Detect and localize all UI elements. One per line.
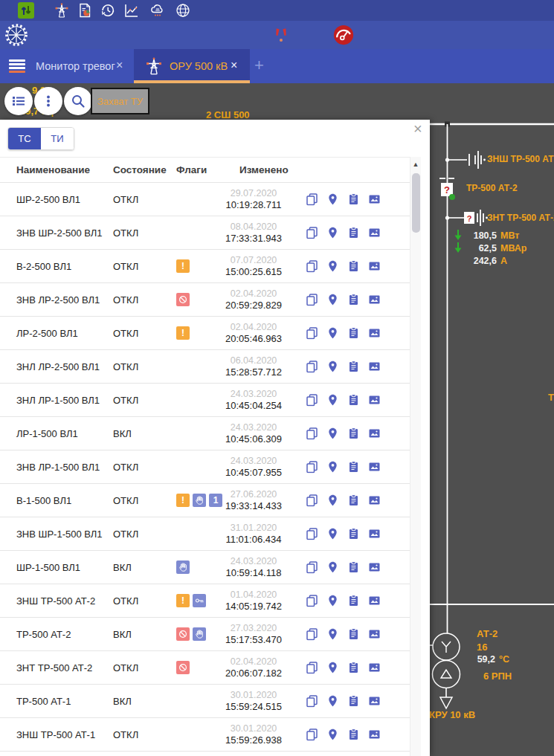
table-row[interactable]: ЗНВ ШР-1-500 ВЛ1 ОТКЛ 31.01.2020 11:01:0… xyxy=(0,517,410,551)
tab-oru-500[interactable]: ОРУ 500 кВ × xyxy=(134,49,250,83)
location-pin-icon[interactable] xyxy=(326,561,339,574)
clipboard-icon[interactable] xyxy=(347,528,360,540)
table-row[interactable]: В-1-500 ВЛ1 ОТКЛ !1 27.06.2020 19:33:14.… xyxy=(0,484,410,517)
image-icon[interactable] xyxy=(368,728,381,741)
location-pin-icon[interactable] xyxy=(326,728,339,741)
clipboard-icon[interactable] xyxy=(347,427,360,440)
image-icon[interactable] xyxy=(368,628,381,641)
more-options-button[interactable] xyxy=(34,87,62,115)
clipboard-icon[interactable] xyxy=(347,728,360,741)
close-icon[interactable]: × xyxy=(116,59,123,72)
copy-icon[interactable] xyxy=(306,461,318,474)
image-icon[interactable] xyxy=(368,294,381,306)
clipboard-icon[interactable] xyxy=(347,628,360,641)
table-row[interactable]: ЛР-2-500 ВЛ1 ОТКЛ ! 02.04.2020 20:05:46.… xyxy=(0,317,410,350)
copy-icon[interactable] xyxy=(306,361,318,373)
copy-icon[interactable] xyxy=(306,695,318,708)
copy-icon[interactable] xyxy=(306,394,318,407)
location-pin-icon[interactable] xyxy=(326,294,339,306)
location-pin-icon[interactable] xyxy=(326,595,339,607)
tab-label[interactable]: Монитор тревог xyxy=(36,60,115,72)
location-pin-icon[interactable] xyxy=(326,628,339,641)
clipboard-icon[interactable] xyxy=(347,394,360,407)
copy-icon[interactable] xyxy=(306,294,318,306)
cloud-transfer-icon[interactable] xyxy=(149,2,166,19)
image-icon[interactable] xyxy=(368,394,381,407)
clipboard-icon[interactable] xyxy=(347,461,360,474)
clipboard-icon[interactable] xyxy=(347,662,360,674)
table-row[interactable]: ЗНШ ТР-500 АТ-2 ОТКЛ ! 01.04.2020 14:05:… xyxy=(0,584,410,618)
image-icon[interactable] xyxy=(368,561,381,574)
copy-icon[interactable] xyxy=(306,561,318,574)
vertical-scrollbar[interactable]: ▲ xyxy=(410,157,421,756)
list-view-button[interactable] xyxy=(4,87,33,115)
image-icon[interactable] xyxy=(368,662,381,674)
image-icon[interactable] xyxy=(368,461,381,474)
pylon-icon[interactable] xyxy=(54,2,70,19)
table-row[interactable]: ЗНВ ЛР-1-500 ВЛ1 ОТКЛ 24.03.2020 10:45:0… xyxy=(0,450,410,484)
clipboard-icon[interactable] xyxy=(347,561,360,574)
globe-icon[interactable] xyxy=(175,2,191,19)
location-pin-icon[interactable] xyxy=(326,461,339,474)
clipboard-icon[interactable] xyxy=(347,494,360,507)
location-pin-icon[interactable] xyxy=(326,695,339,708)
location-pin-icon[interactable] xyxy=(326,260,339,273)
scrollbar-thumb[interactable] xyxy=(412,173,420,233)
copy-icon[interactable] xyxy=(306,662,318,674)
clipboard-icon[interactable] xyxy=(347,260,360,273)
location-pin-icon[interactable] xyxy=(326,528,339,540)
image-icon[interactable] xyxy=(368,427,381,440)
clipboard-icon[interactable] xyxy=(347,193,360,206)
image-icon[interactable] xyxy=(368,327,381,340)
image-icon[interactable] xyxy=(368,695,381,708)
location-pin-icon[interactable] xyxy=(326,227,339,239)
table-row[interactable]: ЛР-1-500 ВЛ1 ВКЛ 24.03.2020 10:45:06.309 xyxy=(0,417,410,450)
table-row[interactable]: ЗНВ ЛР-2-500 ВЛ1 ОТКЛ 02.04.2020 20:59:2… xyxy=(0,283,410,317)
close-icon[interactable]: × xyxy=(413,120,422,138)
menu-icon[interactable] xyxy=(9,59,25,73)
scroll-up-arrow[interactable]: ▲ xyxy=(410,158,421,170)
earthing-switch-symbol[interactable] xyxy=(469,151,481,169)
image-icon[interactable] xyxy=(368,595,381,607)
gauge-icon[interactable] xyxy=(332,24,355,46)
copy-icon[interactable] xyxy=(306,227,318,239)
image-icon[interactable] xyxy=(368,528,381,540)
clipboard-icon[interactable] xyxy=(347,595,360,607)
table-row[interactable]: ЗНТ ТР-500 АТ-2 ОТКЛ 02.04.2020 20:06:07… xyxy=(0,651,410,685)
copy-icon[interactable] xyxy=(306,327,318,340)
clipboard-icon[interactable] xyxy=(347,327,360,340)
table-row[interactable]: ЗНЛ ЛР-2-500 ВЛ1 ОТКЛ 06.04.2020 15:28:5… xyxy=(0,350,410,384)
search-button[interactable] xyxy=(64,87,92,115)
table-row[interactable]: В-2-500 ВЛ1 ОТКЛ ! 07.07.2020 15:00:25.6… xyxy=(0,250,410,283)
location-pin-icon[interactable] xyxy=(326,193,339,206)
image-icon[interactable] xyxy=(368,193,381,206)
copy-icon[interactable] xyxy=(306,494,318,507)
capture-tu-button[interactable]: Захват ТУ xyxy=(91,88,149,114)
table-row[interactable]: ЗНЛ ЛР-1-500 ВЛ1 ОТКЛ 24.03.2020 10:45:0… xyxy=(0,384,410,417)
tab-ti[interactable]: ТИ xyxy=(41,128,74,149)
image-icon[interactable] xyxy=(368,260,381,273)
location-pin-icon[interactable] xyxy=(326,494,339,507)
image-icon[interactable] xyxy=(368,227,381,239)
clipboard-icon[interactable] xyxy=(347,294,360,306)
table-row[interactable]: ТР-500 АТ-2 ВКЛ 27.03.2020 15:17:53.470 xyxy=(0,618,410,651)
tab-ts[interactable]: ТС xyxy=(8,128,41,149)
table-row[interactable]: ШР-2-500 ВЛ1 ОТКЛ 29.07.2020 10:19:28.71… xyxy=(0,183,410,216)
location-pin-icon[interactable] xyxy=(326,327,339,340)
image-icon[interactable] xyxy=(368,361,381,373)
copy-icon[interactable] xyxy=(306,528,318,540)
add-tab-button[interactable]: + xyxy=(254,56,264,75)
copy-icon[interactable] xyxy=(306,728,318,741)
transfer-icon[interactable] xyxy=(18,2,34,19)
close-icon[interactable]: × xyxy=(231,59,237,72)
report-icon[interactable] xyxy=(77,2,93,19)
copy-icon[interactable] xyxy=(306,427,318,440)
location-pin-icon[interactable] xyxy=(326,361,339,373)
copy-icon[interactable] xyxy=(306,260,318,273)
table-row[interactable]: ЗНВ ШР-2-500 ВЛ1 ОТКЛ 08.04.2020 17:33:3… xyxy=(0,216,410,250)
table-row[interactable]: ШР-1-500 ВЛ1 ВКЛ 24.03.2020 10:59:14.118 xyxy=(0,551,410,584)
location-pin-icon[interactable] xyxy=(326,427,339,440)
copy-icon[interactable] xyxy=(306,193,318,206)
alarm-icon[interactable] xyxy=(271,25,292,45)
location-pin-icon[interactable] xyxy=(326,662,339,674)
